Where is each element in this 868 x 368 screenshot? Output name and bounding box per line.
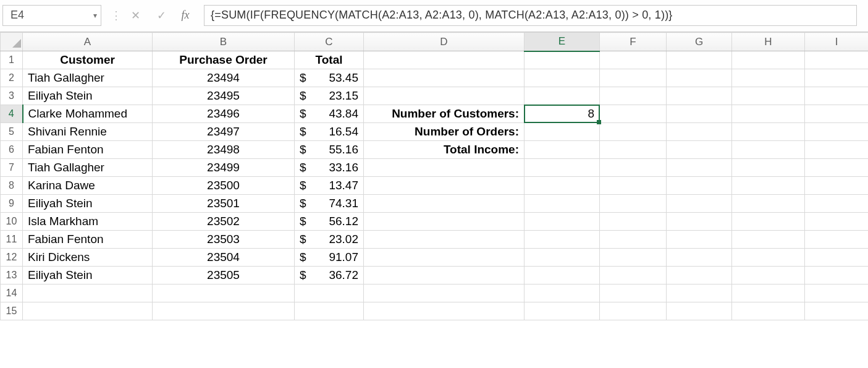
row-header-12[interactable]: 12: [1, 249, 23, 267]
col-header-B[interactable]: B: [153, 33, 295, 51]
cell-H11[interactable]: [732, 231, 805, 249]
cell-G7[interactable]: [667, 159, 732, 177]
cell-I3[interactable]: [805, 87, 869, 105]
cell-D14[interactable]: [364, 285, 525, 302]
row-header-6[interactable]: 6: [1, 141, 23, 159]
cell-C6[interactable]: $55.16: [295, 141, 364, 159]
cell-F1[interactable]: [600, 51, 667, 69]
cell-E12[interactable]: [525, 249, 600, 267]
row-header-10[interactable]: 10: [1, 213, 23, 231]
cell-E6[interactable]: [525, 141, 600, 159]
cell-A3[interactable]: Eiliyah Stein: [23, 87, 153, 105]
cell-H2[interactable]: [732, 69, 805, 87]
col-header-G[interactable]: G: [667, 33, 732, 51]
cell-H1[interactable]: [732, 51, 805, 69]
cell-F2[interactable]: [600, 69, 667, 87]
cell-D2[interactable]: [364, 69, 525, 87]
cell-E1[interactable]: [525, 51, 600, 69]
cell-D7[interactable]: [364, 159, 525, 177]
cell-I5[interactable]: [805, 123, 869, 141]
cell-H9[interactable]: [732, 195, 805, 213]
cell-C1[interactable]: Total: [295, 51, 364, 69]
cell-A12[interactable]: Kiri Dickens: [23, 249, 153, 267]
cell-C12[interactable]: $91.07: [295, 249, 364, 267]
formula-input-wrap[interactable]: [204, 5, 857, 26]
cell-E7[interactable]: [525, 159, 600, 177]
cell-I9[interactable]: [805, 195, 869, 213]
cell-H13[interactable]: [732, 267, 805, 285]
cell-A14[interactable]: [23, 285, 153, 302]
cell-I13[interactable]: [805, 267, 869, 285]
cell-F10[interactable]: [600, 213, 667, 231]
cell-D4[interactable]: Number of Customers:: [364, 105, 525, 123]
col-header-F[interactable]: F: [600, 33, 667, 51]
cell-D8[interactable]: [364, 177, 525, 195]
cell-A10[interactable]: Isla Markham: [23, 213, 153, 231]
name-box-dropdown-icon[interactable]: ▾: [93, 11, 97, 20]
cell-H8[interactable]: [732, 177, 805, 195]
cell-F13[interactable]: [600, 267, 667, 285]
insert-function-button[interactable]: fx: [174, 5, 200, 26]
cell-A6[interactable]: Fabian Fenton: [23, 141, 153, 159]
cell-H10[interactable]: [732, 213, 805, 231]
row-header-13[interactable]: 13: [1, 267, 23, 285]
cell-G10[interactable]: [667, 213, 732, 231]
cell-A4[interactable]: Clarke Mohammed: [23, 105, 153, 123]
cell-C2[interactable]: $53.45: [295, 69, 364, 87]
cell-E4[interactable]: 8: [525, 105, 600, 123]
cell-B9[interactable]: 23501: [153, 195, 295, 213]
cell-I15[interactable]: [805, 302, 869, 320]
cell-B1[interactable]: Purchase Order: [153, 51, 295, 69]
cell-I2[interactable]: [805, 69, 869, 87]
cell-C11[interactable]: $23.02: [295, 231, 364, 249]
cell-D12[interactable]: [364, 249, 525, 267]
col-header-I[interactable]: I: [805, 33, 869, 51]
cell-A15[interactable]: [23, 302, 153, 320]
col-header-H[interactable]: H: [732, 33, 805, 51]
cell-F7[interactable]: [600, 159, 667, 177]
cell-F12[interactable]: [600, 249, 667, 267]
cell-C10[interactable]: $56.12: [295, 213, 364, 231]
cell-G13[interactable]: [667, 267, 732, 285]
formula-input[interactable]: [209, 8, 851, 22]
spreadsheet-grid[interactable]: A B C D E F G H I 1CustomerPurchase Orde…: [0, 32, 868, 320]
cell-E15[interactable]: [525, 302, 600, 320]
cell-C7[interactable]: $33.16: [295, 159, 364, 177]
cell-E5[interactable]: [525, 123, 600, 141]
cell-A8[interactable]: Karina Dawe: [23, 177, 153, 195]
row-header-15[interactable]: 15: [1, 302, 23, 320]
cell-I12[interactable]: [805, 249, 869, 267]
cell-I10[interactable]: [805, 213, 869, 231]
cell-H12[interactable]: [732, 249, 805, 267]
cell-G9[interactable]: [667, 195, 732, 213]
cell-F3[interactable]: [600, 87, 667, 105]
cell-B6[interactable]: 23498: [153, 141, 295, 159]
row-header-11[interactable]: 11: [1, 231, 23, 249]
cell-H3[interactable]: [732, 87, 805, 105]
cell-E14[interactable]: [525, 285, 600, 302]
cell-C14[interactable]: [295, 285, 364, 302]
cell-I7[interactable]: [805, 159, 869, 177]
cell-G2[interactable]: [667, 69, 732, 87]
cell-E13[interactable]: [525, 267, 600, 285]
row-header-1[interactable]: 1: [1, 51, 23, 69]
cell-A7[interactable]: Tiah Gallagher: [23, 159, 153, 177]
cell-I4[interactable]: [805, 105, 869, 123]
row-header-2[interactable]: 2: [1, 69, 23, 87]
cell-A11[interactable]: Fabian Fenton: [23, 231, 153, 249]
row-header-4[interactable]: 4: [1, 105, 23, 123]
cell-B14[interactable]: [153, 285, 295, 302]
cell-I8[interactable]: [805, 177, 869, 195]
cell-B2[interactable]: 23494: [153, 69, 295, 87]
cell-A13[interactable]: Eiliyah Stein: [23, 267, 153, 285]
cell-I1[interactable]: [805, 51, 869, 69]
cell-F6[interactable]: [600, 141, 667, 159]
cell-G4[interactable]: [667, 105, 732, 123]
cell-D11[interactable]: [364, 231, 525, 249]
cell-C3[interactable]: $23.15: [295, 87, 364, 105]
cell-F4[interactable]: [600, 105, 667, 123]
cell-F8[interactable]: [600, 177, 667, 195]
cell-D10[interactable]: [364, 213, 525, 231]
cell-I6[interactable]: [805, 141, 869, 159]
name-box-input[interactable]: [9, 8, 93, 22]
